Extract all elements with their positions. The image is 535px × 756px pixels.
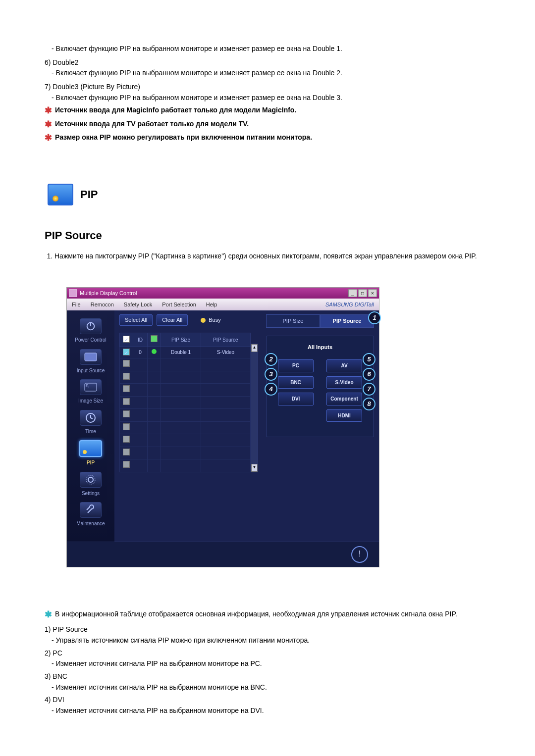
note-text: Размер окна PIP можно регулировать при в… [55, 132, 312, 143]
row-checkbox[interactable] [123, 398, 130, 405]
header-checkbox[interactable]: ✓ [123, 336, 130, 343]
image-size-icon [80, 379, 102, 395]
list-item: 6) Double2 - Включает функцию PIP на выб… [45, 57, 505, 79]
note-text: Источник ввода для TV работает только дл… [55, 119, 249, 130]
row-checkbox[interactable] [123, 410, 130, 417]
table-row[interactable] [120, 396, 251, 409]
sidebar-label: Settings [69, 490, 112, 498]
scroll-down-icon[interactable]: ▼ [251, 464, 258, 472]
bnc-button[interactable]: BNC [278, 376, 314, 389]
callout-1: 1 [368, 311, 381, 324]
display-table: ✓ ID PIP Size PIP Source ✓ 0 [119, 333, 251, 472]
row-checkbox[interactable] [123, 373, 130, 380]
row-checkbox[interactable] [123, 385, 130, 392]
list-item-head: 4) DVI [45, 695, 505, 706]
table-row[interactable] [120, 384, 251, 397]
scrollbar[interactable]: ▲ ▼ [251, 344, 258, 472]
select-all-button[interactable]: Select All [119, 314, 153, 326]
menu-port-selection[interactable]: Port Selection [157, 301, 201, 309]
sidebar-item-pip[interactable]: PIP [69, 440, 112, 467]
info-note: В информационной таблице отображается ос… [55, 609, 505, 620]
list-item: - Включает функцию PIP на выбранном мони… [45, 44, 505, 54]
star-icon: ✱ [45, 119, 52, 130]
title-bar[interactable]: Multiple Display Control _ □ × [67, 288, 379, 299]
footer-bar: ! [67, 542, 379, 567]
av-button[interactable]: AV [326, 359, 362, 372]
sidebar-item-image-size[interactable]: Image Size [69, 379, 112, 405]
maximize-button[interactable]: □ [358, 289, 367, 297]
input-source-icon [80, 349, 102, 365]
menu-safety-lock[interactable]: Safety Lock [119, 301, 157, 309]
list-item-head: 2) PC [45, 648, 505, 659]
sidebar-item-input[interactable]: Input Source [69, 349, 112, 375]
menu-help[interactable]: Help [201, 301, 222, 309]
sidebar: Power Control Input Source Image Size [67, 310, 114, 542]
svg-rect-2 [85, 353, 97, 361]
table-row[interactable] [120, 434, 251, 447]
menu-remocon[interactable]: Remocon [86, 301, 119, 309]
row-checkbox[interactable] [123, 360, 130, 367]
minimize-button[interactable]: _ [348, 289, 357, 297]
dvi-button[interactable]: DVI [278, 393, 314, 405]
col-pip-size[interactable]: PIP Size [161, 333, 201, 347]
row-checkbox[interactable] [123, 461, 130, 468]
gear-icon [80, 472, 102, 488]
section-title: PIP [80, 186, 98, 203]
callout-8: 8 [363, 398, 375, 410]
table-row[interactable] [120, 447, 251, 459]
tab-pip-source[interactable]: PIP Source [320, 314, 374, 328]
grid-area: Select All Clear All Busy ✓ ID [114, 310, 261, 542]
list-item: 1) PIP Source - Управлять источником сиг… [45, 624, 505, 646]
clock-icon [80, 410, 102, 426]
busy-indicator-icon [201, 318, 206, 323]
sidebar-label: PIP [69, 459, 112, 467]
table-row[interactable]: ✓ 0 Double 1 S-Video [120, 347, 251, 358]
row-checkbox[interactable] [123, 436, 130, 443]
right-pane: PIP Size PIP Source 1 All Inputs PC BNC [261, 310, 379, 542]
close-button[interactable]: × [368, 289, 377, 297]
row-checkbox[interactable] [123, 449, 130, 455]
sidebar-label: Power Control [69, 336, 112, 344]
info-icon[interactable]: ! [351, 546, 368, 563]
clear-all-button[interactable]: Clear All [157, 314, 188, 326]
below-shot: ✱ В информационной таблице отображается … [45, 609, 505, 716]
row-checkbox[interactable] [123, 423, 130, 430]
list-item: 3) BNC - Изменяет источник сигнала PIP н… [45, 671, 505, 693]
hdmi-button[interactable]: HDMI [326, 409, 362, 422]
tab-pip-size[interactable]: PIP Size [266, 314, 320, 328]
svideo-button[interactable]: S-Video [326, 376, 362, 389]
svg-point-5 [88, 477, 93, 482]
sidebar-item-power[interactable]: Power Control [69, 318, 112, 344]
component-button[interactable]: Component [326, 393, 362, 405]
row-checkbox[interactable]: ✓ [123, 349, 130, 355]
col-id[interactable]: ID [133, 333, 148, 347]
table-row[interactable] [120, 421, 251, 434]
app-icon [69, 289, 77, 297]
pip-icon [79, 440, 102, 457]
sidebar-item-time[interactable]: Time [69, 410, 112, 436]
list-item-body: - Включает функцию PIP на выбранном мони… [52, 68, 505, 79]
sidebar-item-settings[interactable]: Settings [69, 472, 112, 498]
menu-file[interactable]: File [67, 301, 86, 309]
mdc-window: Multiple Display Control _ □ × File Remo… [66, 287, 379, 567]
col-pip-source[interactable]: PIP Source [201, 333, 251, 347]
intro-item: Нажмите на пиктограмму PIP ("Картинка в … [54, 251, 505, 262]
busy-label: Busy [209, 316, 220, 324]
grid-toolbar: Select All Clear All Busy [119, 314, 258, 326]
table-row[interactable] [120, 371, 251, 384]
scroll-up-icon[interactable]: ▲ [251, 344, 258, 352]
note-line: ✱ Размер окна PIP можно регулировать при… [45, 132, 505, 144]
table-row[interactable] [120, 358, 251, 371]
table-row[interactable] [120, 459, 251, 472]
table-row[interactable] [120, 409, 251, 422]
sidebar-item-maintenance[interactable]: Maintenance [69, 502, 112, 528]
pc-button[interactable]: PC [278, 359, 314, 372]
list-item-body: - Изменяет источник сигнала PIP на выбра… [52, 658, 505, 669]
callout-6: 6 [363, 368, 375, 381]
list-item-body: - Включает функцию PIP на выбранном мони… [52, 44, 505, 54]
page: - Включает функцию PIP на выбранном мони… [0, 0, 535, 756]
note-text: Источник ввода для MagicInfo работает то… [55, 105, 296, 116]
sidebar-label: Time [69, 428, 112, 436]
list-item: 7) Double3 (Picture By Picture) - Включа… [45, 82, 505, 103]
scroll-track[interactable] [251, 352, 258, 464]
